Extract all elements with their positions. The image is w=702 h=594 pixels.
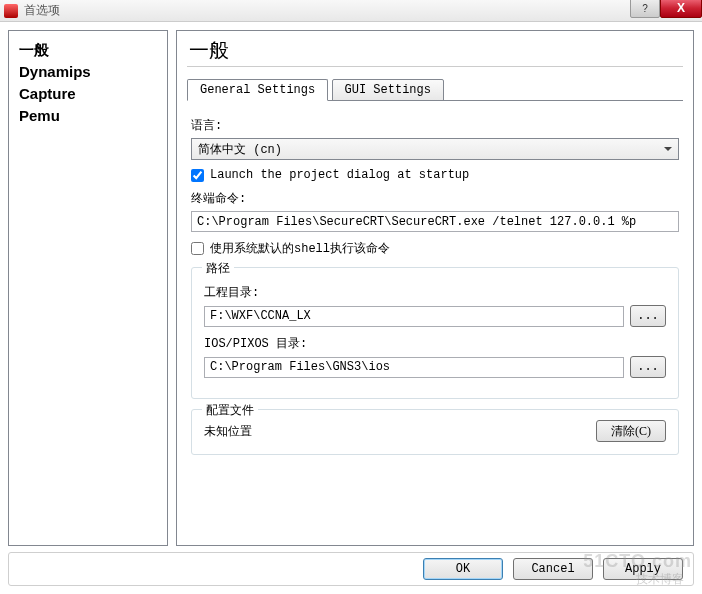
tab-bar: General Settings GUI Settings xyxy=(187,79,683,101)
page-title: 一般 xyxy=(187,37,683,67)
use-default-shell-row[interactable]: 使用系统默认的shell执行该命令 xyxy=(191,240,679,257)
language-label: 语言: xyxy=(191,117,679,134)
sidebar-item-general[interactable]: 一般 xyxy=(19,39,157,61)
app-icon xyxy=(4,4,18,18)
ok-button[interactable]: OK xyxy=(423,558,503,580)
dialog-footer: OK Cancel Apply xyxy=(8,552,694,586)
ios-dir-browse-button[interactable]: ... xyxy=(630,356,666,378)
apply-button[interactable]: Apply xyxy=(603,558,683,580)
sidebar: 一般 Dynamips Capture Pemu xyxy=(8,30,168,546)
language-select-value: 简体中文 (cn) xyxy=(198,143,282,157)
project-dir-browse-button[interactable]: ... xyxy=(630,305,666,327)
cancel-button[interactable]: Cancel xyxy=(513,558,593,580)
language-select[interactable]: 简体中文 (cn) xyxy=(191,138,679,160)
config-unknown-label: 未知位置 xyxy=(204,423,596,440)
launch-startup-label: Launch the project dialog at startup xyxy=(210,168,469,182)
tab-general-settings[interactable]: General Settings xyxy=(187,79,328,101)
launch-startup-checkbox-row[interactable]: Launch the project dialog at startup xyxy=(191,168,679,182)
close-button[interactable]: X xyxy=(660,0,702,18)
sidebar-item-pemu[interactable]: Pemu xyxy=(19,105,157,127)
launch-startup-checkbox[interactable] xyxy=(191,169,204,182)
terminal-label: 终端命令: xyxy=(191,190,679,207)
clear-button[interactable]: 清除(C) xyxy=(596,420,666,442)
use-default-shell-label: 使用系统默认的shell执行该命令 xyxy=(210,240,390,257)
tab-gui-settings[interactable]: GUI Settings xyxy=(332,79,444,101)
project-dir-label: 工程目录: xyxy=(204,284,666,301)
window-buttons: ? X xyxy=(630,0,702,18)
use-default-shell-checkbox[interactable] xyxy=(191,242,204,255)
tab-content: 语言: 简体中文 (cn) Launch the project dialog … xyxy=(187,101,683,459)
ios-dir-input[interactable] xyxy=(204,357,624,378)
project-dir-input[interactable] xyxy=(204,306,624,327)
sidebar-item-dynamips[interactable]: Dynamips xyxy=(19,61,157,83)
config-group-title: 配置文件 xyxy=(202,402,258,419)
paths-group-title: 路径 xyxy=(202,260,234,277)
help-button[interactable]: ? xyxy=(630,0,660,18)
sidebar-item-capture[interactable]: Capture xyxy=(19,83,157,105)
paths-group: 路径 工程目录: ... IOS/PIXOS 目录: ... xyxy=(191,267,679,399)
terminal-input[interactable] xyxy=(191,211,679,232)
titlebar: 首选项 ? X xyxy=(0,0,702,22)
window-title: 首选项 xyxy=(24,2,60,19)
ios-dir-label: IOS/PIXOS 目录: xyxy=(204,335,666,352)
config-group: 配置文件 未知位置 清除(C) xyxy=(191,409,679,455)
main-pane: 一般 General Settings GUI Settings 语言: 简体中… xyxy=(176,30,694,546)
